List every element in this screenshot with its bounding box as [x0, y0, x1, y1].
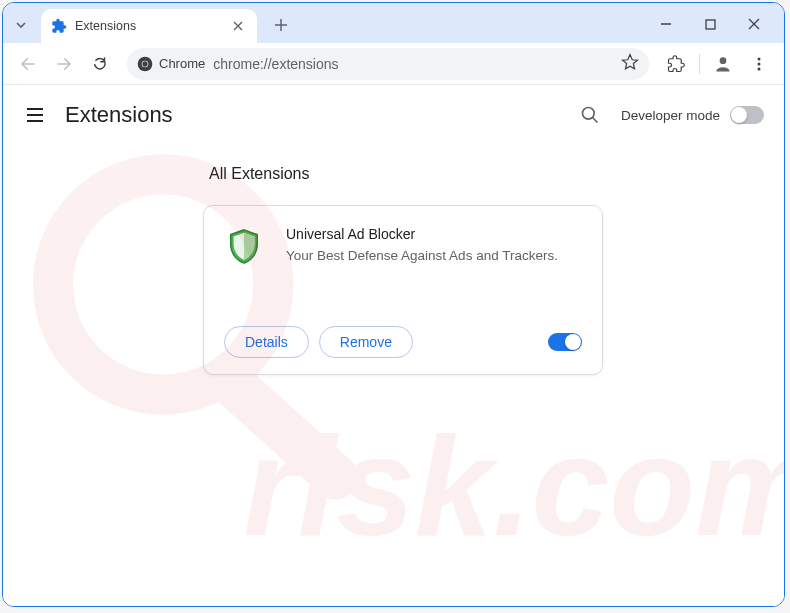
browser-tab[interactable]: Extensions	[41, 9, 257, 43]
address-bar[interactable]: Chrome chrome://extensions	[127, 48, 649, 80]
header-actions: Developer mode	[575, 100, 764, 130]
maximize-icon	[705, 19, 716, 30]
search-button[interactable]	[575, 100, 605, 130]
window-controls	[644, 9, 776, 39]
extension-icon	[224, 226, 264, 266]
page-header: Extensions Developer mode	[3, 85, 784, 145]
minimize-icon	[660, 18, 672, 30]
star-icon	[621, 53, 639, 71]
close-window-button[interactable]	[732, 9, 776, 39]
forward-button[interactable]	[49, 49, 79, 79]
arrow-right-icon	[55, 55, 73, 73]
main-menu-button[interactable]	[23, 103, 47, 127]
new-tab-button[interactable]	[267, 11, 295, 39]
svg-point-10	[758, 67, 761, 70]
chrome-icon	[137, 56, 153, 72]
profile-button[interactable]	[708, 49, 738, 79]
avatar-icon	[713, 54, 733, 74]
hamburger-icon	[25, 105, 45, 125]
reload-icon	[91, 55, 109, 73]
page-content: All Extensions Universal Ad Blocker Your…	[3, 145, 784, 375]
developer-mode-toggle[interactable]	[730, 106, 764, 124]
minimize-button[interactable]	[644, 9, 688, 39]
extension-card: Universal Ad Blocker Your Best Defense A…	[203, 205, 603, 375]
kebab-icon	[751, 56, 767, 72]
url-text: chrome://extensions	[213, 56, 613, 72]
arrow-left-icon	[19, 55, 37, 73]
puzzle-icon	[667, 55, 685, 73]
tab-search-dropdown[interactable]	[7, 11, 35, 39]
details-button[interactable]: Details	[224, 326, 309, 358]
page-title: Extensions	[65, 102, 173, 128]
developer-mode-label: Developer mode	[621, 108, 720, 123]
svg-point-9	[758, 62, 761, 65]
back-button[interactable]	[13, 49, 43, 79]
tab-close-button[interactable]	[229, 17, 247, 35]
extension-puzzle-icon	[51, 18, 67, 34]
section-title: All Extensions	[209, 165, 724, 183]
extensions-page: Extensions Developer mode All Extensions	[3, 85, 784, 606]
bookmark-button[interactable]	[621, 53, 639, 75]
extension-name: Universal Ad Blocker	[286, 226, 582, 242]
reload-button[interactable]	[85, 49, 115, 79]
developer-mode-control: Developer mode	[621, 106, 764, 124]
tab-title: Extensions	[75, 19, 221, 33]
remove-button[interactable]: Remove	[319, 326, 413, 358]
titlebar: Extensions	[3, 3, 784, 43]
maximize-button[interactable]	[688, 9, 732, 39]
search-icon	[580, 105, 600, 125]
close-icon	[748, 18, 760, 30]
extension-enable-toggle[interactable]	[548, 333, 582, 351]
shield-icon	[225, 227, 263, 265]
svg-point-7	[720, 57, 727, 64]
menu-button[interactable]	[744, 49, 774, 79]
browser-toolbar: Chrome chrome://extensions	[3, 43, 784, 85]
site-info-label: Chrome	[159, 56, 205, 71]
svg-point-11	[582, 108, 594, 120]
svg-point-6	[142, 61, 147, 66]
chevron-down-icon	[15, 19, 27, 31]
extension-description: Your Best Defense Against Ads and Tracke…	[286, 247, 582, 266]
site-info-badge[interactable]: Chrome	[137, 56, 205, 72]
svg-rect-3	[706, 20, 715, 29]
extensions-button[interactable]	[661, 49, 691, 79]
svg-point-8	[758, 57, 761, 60]
plus-icon	[274, 18, 288, 32]
separator	[699, 54, 700, 74]
close-icon	[233, 21, 243, 31]
